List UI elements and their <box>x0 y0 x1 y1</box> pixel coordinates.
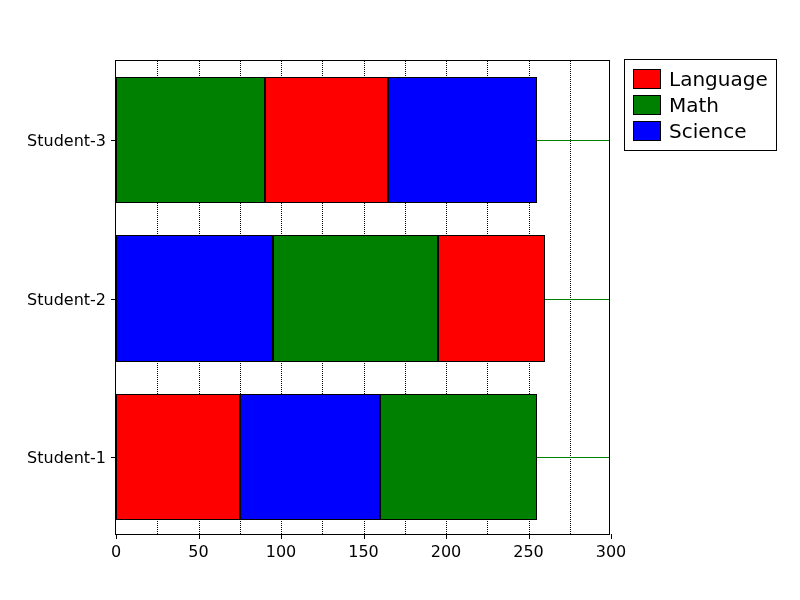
x-tick-label: 100 <box>266 542 297 561</box>
grid-vertical-minor <box>570 61 571 534</box>
legend-label: Science <box>669 119 747 143</box>
x-tickmark <box>199 534 200 539</box>
figure: 050100150200250300Student-1Student-2Stud… <box>0 0 800 600</box>
bar-math <box>116 77 265 204</box>
x-tick-label: 50 <box>188 542 208 561</box>
y-tickmark <box>111 457 116 458</box>
x-tickmark <box>529 534 530 539</box>
bar-math <box>380 394 537 521</box>
legend-swatch <box>633 121 661 141</box>
bar-science <box>240 394 380 521</box>
bar-language <box>265 77 389 204</box>
legend-label: Math <box>669 93 719 117</box>
x-tickmark <box>281 534 282 539</box>
plot-area <box>116 61 609 534</box>
bar-science <box>116 235 273 362</box>
y-tickmark <box>111 299 116 300</box>
legend-item: Science <box>633 118 768 144</box>
y-tick-label: Student-2 <box>27 289 106 308</box>
legend: LanguageMathScience <box>624 59 777 151</box>
x-tickmark <box>446 534 447 539</box>
bar-science <box>388 77 537 204</box>
legend-swatch <box>633 69 661 89</box>
bar-language <box>438 235 545 362</box>
legend-item: Language <box>633 66 768 92</box>
x-tickmark <box>611 534 612 539</box>
y-tickmark <box>111 140 116 141</box>
x-tick-label: 300 <box>596 542 627 561</box>
y-tick-label: Student-3 <box>27 131 106 150</box>
legend-item: Math <box>633 92 768 118</box>
bar-math <box>273 235 438 362</box>
legend-swatch <box>633 95 661 115</box>
x-tick-label: 0 <box>111 542 121 561</box>
x-tickmark <box>116 534 117 539</box>
bar-language <box>116 394 240 521</box>
y-tick-label: Student-1 <box>27 447 106 466</box>
x-tick-label: 150 <box>348 542 379 561</box>
x-tick-label: 250 <box>513 542 544 561</box>
x-tickmark <box>364 534 365 539</box>
x-tick-label: 200 <box>431 542 462 561</box>
axes: 050100150200250300Student-1Student-2Stud… <box>115 60 610 535</box>
legend-label: Language <box>669 67 768 91</box>
